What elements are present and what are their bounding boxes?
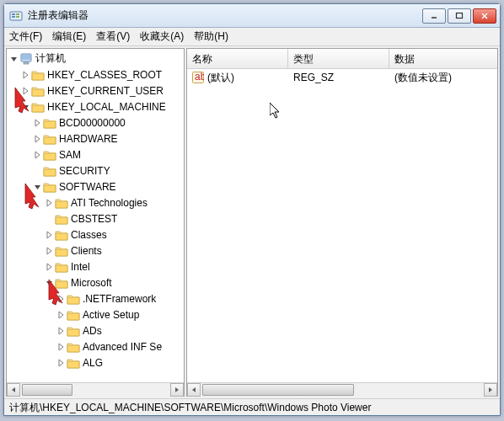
tree-item-computer[interactable]: 计算机 xyxy=(7,51,184,67)
tree-label: SOFTWARE xyxy=(59,181,116,193)
folder-icon xyxy=(67,341,80,353)
value-row[interactable]: (默认) REG_SZ (数值未设置) xyxy=(187,69,497,86)
menubar: 文件(F) 编辑(E) 查看(V) 收藏夹(A) 帮助(H) xyxy=(4,28,500,46)
menu-favorites[interactable]: 收藏夹(A) xyxy=(140,29,184,44)
column-type[interactable]: 类型 xyxy=(288,49,389,68)
expander-closed-icon[interactable] xyxy=(44,262,54,272)
values-list[interactable]: (默认) REG_SZ (数值未设置) xyxy=(187,69,497,382)
minimize-button[interactable] xyxy=(422,8,446,24)
svg-rect-9 xyxy=(16,16,19,18)
tree-item-bcd[interactable]: BCD00000000 xyxy=(7,115,184,131)
values-scrollbar-horizontal[interactable] xyxy=(187,382,497,396)
tree-label: Advanced INF Se xyxy=(83,341,162,353)
tree-label: .NETFramework xyxy=(83,293,156,305)
tree-item-activesetup[interactable]: Active Setup xyxy=(7,306,184,322)
tree-label: HKEY_LOCAL_MACHINE xyxy=(47,101,166,113)
tree-label: HARDWARE xyxy=(59,133,118,145)
window-title: 注册表编辑器 xyxy=(28,8,422,23)
tree-label: HKEY_CURRENT_USER xyxy=(47,85,164,97)
expander-closed-icon[interactable] xyxy=(56,358,66,368)
folder-icon xyxy=(43,133,56,145)
list-header: 名称 类型 数据 xyxy=(187,49,497,69)
content: 计算机 HKEY_CLASSES_ROOT HKEY_CURRENT_USER … xyxy=(4,46,500,398)
folder-icon xyxy=(55,229,68,241)
tree-item-cbstest[interactable]: CBSTEST xyxy=(7,210,184,226)
string-value-icon xyxy=(192,72,204,83)
tree-item-hklm[interactable]: HKEY_LOCAL_MACHINE xyxy=(7,99,184,115)
tree-item-ads[interactable]: ADs xyxy=(7,322,184,338)
expander-closed-icon[interactable] xyxy=(44,246,54,256)
tree-scrollbar-horizontal[interactable] xyxy=(7,382,184,396)
folder-icon xyxy=(55,213,68,225)
scroll-left-button[interactable] xyxy=(187,383,201,397)
folder-icon xyxy=(67,309,80,321)
folder-icon xyxy=(43,117,56,129)
expander-closed-icon[interactable] xyxy=(56,342,66,352)
tree-label: ALG xyxy=(83,357,103,369)
tree-item-hardware[interactable]: HARDWARE xyxy=(7,131,184,147)
expander-closed-icon[interactable] xyxy=(32,150,42,160)
tree-item-intel[interactable]: Intel xyxy=(7,258,184,274)
tree-label: SAM xyxy=(59,149,81,161)
scroll-right-button[interactable] xyxy=(170,383,184,397)
scroll-thumb[interactable] xyxy=(202,384,354,396)
close-button[interactable] xyxy=(473,8,496,24)
scroll-thumb[interactable] xyxy=(22,384,72,396)
statusbar-path: 计算机\HKEY_LOCAL_MACHINE\SOFTWARE\Microsof… xyxy=(9,402,371,413)
tree-item-classes[interactable]: Classes xyxy=(7,226,184,242)
registry-tree[interactable]: 计算机 HKEY_CLASSES_ROOT HKEY_CURRENT_USER … xyxy=(7,49,184,382)
tree-label: Microsoft xyxy=(71,277,112,289)
tree-item-clients[interactable]: Clients xyxy=(7,242,184,258)
folder-icon xyxy=(31,69,45,81)
folder-icon xyxy=(43,149,56,161)
computer-icon xyxy=(19,52,33,66)
tree-label: HKEY_CLASSES_ROOT xyxy=(47,69,162,81)
tree-item-alg[interactable]: ALG xyxy=(7,354,184,370)
tree-label: ATI Technologies xyxy=(71,197,147,209)
expander-none xyxy=(44,214,54,224)
annotation-arrow-icon xyxy=(13,86,32,116)
svg-rect-11 xyxy=(457,13,463,18)
menu-edit[interactable]: 编辑(E) xyxy=(52,29,86,44)
expander-closed-icon[interactable] xyxy=(44,198,54,208)
value-name: (默认) xyxy=(207,71,234,85)
statusbar: 计算机\HKEY_LOCAL_MACHINE\SOFTWARE\Microsof… xyxy=(4,398,500,415)
expander-closed-icon[interactable] xyxy=(32,118,42,128)
value-data: (数值未设置) xyxy=(394,71,452,85)
tree-item-sam[interactable]: SAM xyxy=(7,147,184,163)
menu-help[interactable]: 帮助(H) xyxy=(194,29,228,44)
tree-item-security[interactable]: SECURITY xyxy=(7,163,184,179)
tree-item-netframework[interactable]: .NETFramework xyxy=(7,290,184,306)
expander-closed-icon[interactable] xyxy=(32,134,42,144)
scroll-left-button[interactable] xyxy=(7,383,20,397)
folder-icon xyxy=(67,293,80,305)
svg-rect-6 xyxy=(12,13,15,15)
folder-icon xyxy=(43,181,56,193)
maximize-button[interactable] xyxy=(448,8,471,24)
folder-icon xyxy=(43,165,56,177)
scroll-track[interactable] xyxy=(201,383,484,397)
annotation-arrow-icon xyxy=(24,182,42,212)
app-icon xyxy=(9,9,23,23)
menu-file[interactable]: 文件(F) xyxy=(9,29,42,44)
expander-closed-icon[interactable] xyxy=(56,310,66,320)
folder-icon xyxy=(55,197,68,209)
tree-item-advancedinf[interactable]: Advanced INF Se xyxy=(7,338,184,354)
tree-item-hkcr[interactable]: HKEY_CLASSES_ROOT xyxy=(7,67,184,83)
expander-closed-icon[interactable] xyxy=(44,230,54,240)
scroll-track[interactable] xyxy=(20,383,170,397)
column-name[interactable]: 名称 xyxy=(187,49,288,68)
expander-closed-icon[interactable] xyxy=(20,70,30,80)
tree-label: Classes xyxy=(71,229,107,241)
expander-closed-icon[interactable] xyxy=(56,326,66,336)
scroll-right-button[interactable] xyxy=(484,383,497,397)
expander-open-icon[interactable] xyxy=(8,54,19,64)
tree-item-microsoft[interactable]: Microsoft xyxy=(7,274,184,290)
tree-item-hkcu[interactable]: HKEY_CURRENT_USER xyxy=(7,83,184,99)
window: 注册表编辑器 文件(F) 编辑(E) 查看(V) 收藏夹(A) 帮助(H) 计算… xyxy=(3,3,501,416)
menu-view[interactable]: 查看(V) xyxy=(96,29,130,44)
values-panel: 名称 类型 数据 (默认) REG_SZ (数值未设置) xyxy=(186,48,498,397)
folder-icon xyxy=(55,245,68,257)
column-data[interactable]: 数据 xyxy=(389,49,497,68)
folder-icon xyxy=(31,85,45,97)
